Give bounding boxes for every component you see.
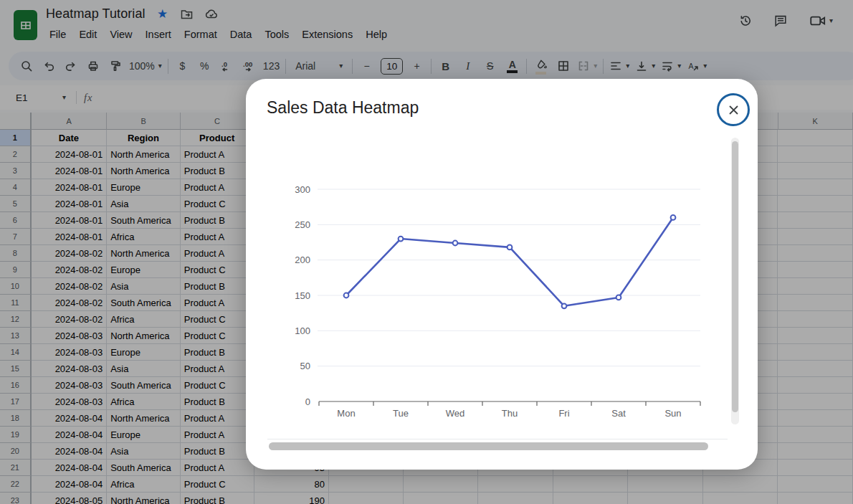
svg-text:100: 100	[295, 325, 310, 336]
svg-text:150: 150	[295, 290, 310, 301]
dialog-title: Sales Data Heatmap	[267, 98, 419, 118]
svg-text:Mon: Mon	[337, 408, 355, 419]
svg-text:Wed: Wed	[446, 408, 465, 419]
svg-text:200: 200	[295, 255, 310, 265]
svg-text:Sat: Sat	[611, 408, 626, 419]
svg-text:Fri: Fri	[558, 408, 569, 419]
chart-dialog: Sales Data Heatmap 050100150200250300Mon…	[246, 79, 758, 470]
svg-text:300: 300	[295, 184, 310, 195]
dialog-vertical-scrollbar[interactable]	[731, 138, 739, 424]
svg-text:50: 50	[300, 361, 310, 371]
svg-text:Tue: Tue	[393, 408, 409, 419]
svg-text:Thu: Thu	[502, 408, 518, 419]
close-icon	[727, 103, 740, 117]
svg-text:0: 0	[305, 396, 310, 407]
svg-text:Sun: Sun	[664, 408, 681, 419]
line-chart: 050100150200250300MonTueWedThuFriSatSun	[267, 135, 728, 439]
google-sheets-app: Heatmap Tutorial ★ FileEditViewInsertFor…	[0, 0, 853, 504]
svg-text:250: 250	[295, 219, 310, 230]
dialog-horizontal-scrollbar[interactable]	[269, 442, 708, 450]
close-button[interactable]	[717, 93, 750, 126]
